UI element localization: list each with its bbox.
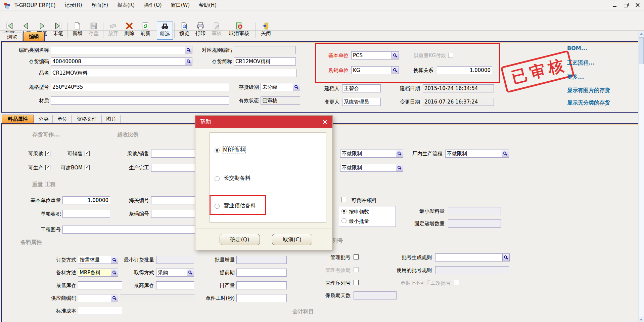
toolbar-last-button[interactable]: 末笔 [50, 22, 66, 40]
sellable-checkbox[interactable] [85, 151, 90, 156]
tab-category[interactable]: 分类 [35, 115, 53, 123]
tab-picture[interactable]: 图片 [102, 115, 121, 123]
batch-rule-field[interactable] [435, 253, 510, 261]
material-field[interactable] [51, 96, 229, 105]
backflush-checkbox[interactable] [341, 197, 346, 202]
menu-operation[interactable]: 操作(O) [144, 2, 162, 8]
producible-checkbox[interactable] [45, 165, 50, 170]
tab-unit[interactable]: 单位 [53, 115, 72, 123]
menu-report[interactable]: 报表(R) [117, 2, 135, 8]
lookup-button[interactable] [111, 269, 118, 276]
scroll-up-icon[interactable] [639, 31, 644, 37]
menu-help[interactable]: 帮助(H) [199, 2, 217, 8]
manage-batch-checkbox[interactable] [354, 254, 359, 259]
min-batch-radio[interactable] [341, 218, 347, 223]
minimize-icon[interactable] [612, 2, 617, 8]
factory-flow-field[interactable]: 不做限制 [445, 150, 509, 158]
tab-qualification[interactable]: 资格文件 [72, 115, 102, 123]
prep-method-field[interactable]: MRP备料 [78, 269, 118, 277]
restriction-field-2[interactable]: 不做限制 [340, 164, 403, 172]
menu-app[interactable]: T-GROUP ERP(E) [14, 2, 56, 8]
lookup-button[interactable] [293, 83, 300, 91]
supplier-code-field[interactable] [78, 294, 118, 302]
menu-interface[interactable]: 界面(F) [91, 2, 108, 8]
restriction-field-1[interactable]: 不做限制 [340, 150, 403, 158]
link-more[interactable]: 更多... [567, 74, 584, 81]
dialog-ok-button[interactable]: 确定(Q) [220, 234, 260, 245]
menu-record[interactable]: 记录(R) [65, 2, 82, 8]
lookup-button[interactable] [502, 254, 509, 261]
purchasable-checkbox[interactable] [45, 151, 50, 156]
prep-method-label: 备料方法 [50, 269, 76, 277]
unit-time-field[interactable] [236, 294, 287, 302]
toolbar-preview-button[interactable]: 预览 [176, 22, 192, 40]
link-process-flow[interactable]: 工艺流程... [567, 59, 595, 67]
link-show-with-picture[interactable]: 显示有图片的存货 [567, 87, 610, 94]
dialog-long-lead-radio[interactable] [215, 176, 220, 181]
toolbar-delete-button[interactable]: 删除 [121, 22, 137, 40]
daily-output-field[interactable] [236, 281, 287, 289]
scrollbar-thumb[interactable] [639, 37, 644, 64]
lookup-button[interactable] [187, 269, 194, 276]
dialog-mrp-label[interactable]: MRP备料 [223, 147, 245, 154]
box-volume-field[interactable] [62, 210, 110, 218]
drawing-no-field[interactable] [62, 226, 195, 234]
create-date-value: 2015-10-24 16:34:54 [423, 85, 494, 92]
eraser-icon [109, 22, 118, 30]
restore-icon[interactable] [624, 2, 629, 8]
dialog-long-lead-label[interactable]: 长交期备料 [224, 175, 250, 182]
lookup-button[interactable] [111, 294, 118, 302]
dialog-close-icon[interactable] [322, 118, 328, 125]
tab-browse[interactable]: 浏览 [2, 33, 22, 41]
lookup-button[interactable] [392, 52, 399, 59]
dialog-title-bar[interactable]: 帮助 [195, 116, 332, 128]
level-field[interactable]: 未分级 [261, 83, 300, 91]
link-show-uncategorized[interactable]: 显示无分类的存货 [567, 99, 610, 107]
modifier-field: 系统管理员 [342, 98, 381, 106]
order-method-field[interactable]: 按需求量 [78, 256, 118, 264]
product-name-field[interactable]: CR12MOV精料 [51, 69, 296, 77]
conversion-field[interactable]: 1.00000 [437, 66, 492, 74]
customs-code-field[interactable] [151, 196, 195, 204]
toolbar-cancel-audit-button[interactable]: 取消审核 [225, 22, 254, 40]
app-logo-icon [4, 3, 10, 8]
toolbar-filter-button[interactable]: 筛选 [157, 22, 173, 40]
lookup-button[interactable] [396, 150, 403, 157]
base-unit-weight-field[interactable]: 1.00000 [62, 196, 110, 204]
toolbar-refresh-button[interactable]: 刷新 [137, 22, 153, 40]
prod-complete-field[interactable] [151, 164, 195, 172]
purchase-sale-field[interactable] [151, 150, 195, 158]
base-unit-field[interactable]: PCS [351, 51, 399, 59]
toolbar-new-button[interactable]: 新增 [70, 22, 86, 40]
barcode-field[interactable] [151, 210, 195, 218]
min-stock-field[interactable] [78, 281, 122, 289]
lookup-button[interactable] [502, 150, 509, 157]
menu-window[interactable]: 窗口(W) [171, 2, 190, 8]
tab-item-attributes[interactable]: 料品属性 [2, 115, 34, 123]
std-cost-field[interactable] [78, 307, 122, 315]
lookup-button[interactable] [396, 164, 403, 171]
trade-unit-field[interactable]: KG [351, 66, 399, 74]
scroll-down-icon[interactable] [639, 317, 644, 322]
tab-edit[interactable]: 编辑 [23, 32, 45, 41]
item-short-field[interactable]: CR12MOV精料 [234, 57, 296, 66]
acquire-method-field[interactable]: 采购 [156, 269, 194, 277]
link-bom[interactable]: BOM... [567, 45, 587, 51]
magnifier-icon [112, 258, 116, 261]
toolbar-close-button[interactable]: 关闭 [258, 22, 274, 40]
max-stock-field[interactable] [156, 281, 194, 289]
spec-field[interactable]: 250*240*35 [51, 83, 229, 91]
lookup-button[interactable] [392, 67, 399, 74]
window-controls [612, 2, 640, 8]
vertical-scrollbar[interactable] [638, 31, 644, 322]
close-window-icon[interactable] [635, 2, 640, 8]
lead-time-field[interactable] [236, 269, 287, 277]
manage-serial-checkbox[interactable] [354, 280, 359, 285]
item-code-field[interactable]: 400400008 [51, 57, 192, 66]
toolbar-print-button[interactable]: 打印 [192, 22, 209, 40]
dialog-cancel-button[interactable]: 取消(C) [272, 234, 312, 245]
dialog-mrp-radio[interactable] [215, 148, 220, 153]
coding-category-field[interactable] [51, 46, 192, 54]
can-bom-checkbox[interactable] [85, 165, 90, 170]
by-requisition-radio[interactable] [341, 209, 347, 214]
